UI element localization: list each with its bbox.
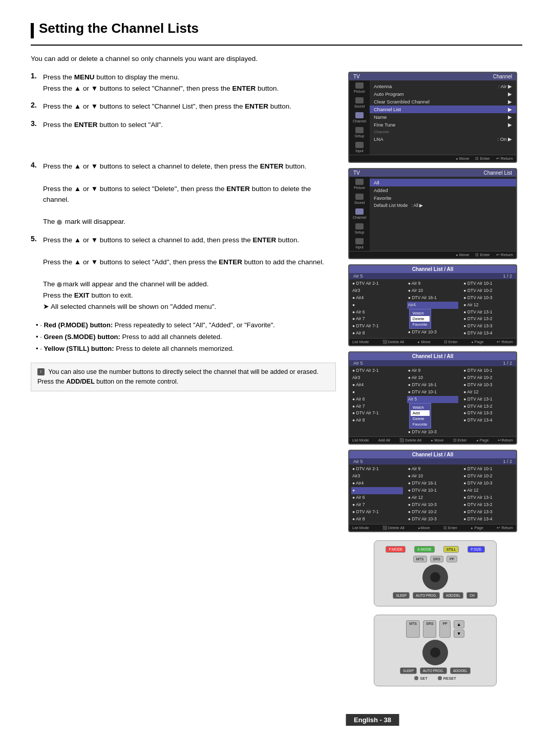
remote-top-row-2: MTS SRS PP ▲ ▼	[381, 620, 489, 638]
note-icon: i	[37, 368, 45, 375]
list-item: ● Air 9	[407, 280, 459, 287]
tv-label-2: TV	[353, 170, 360, 176]
remote-bot-row-1: SLEEP AUTO PROG. ADD/DEL CH	[381, 592, 489, 599]
ch-btn-1[interactable]: CH	[466, 592, 477, 599]
page-num-3: 1 / 2	[503, 274, 512, 279]
step-2-line-1: Press the ▲ or ▼ buttons to select "Chan…	[43, 102, 291, 110]
footer-return-4: ↩Return	[498, 438, 513, 443]
footer-move-2: ⬥ Move	[456, 253, 470, 257]
list-item: ● DTV Air 13-2	[462, 316, 514, 323]
list-item: ● DTV Air 13-4	[462, 417, 514, 424]
remote-center-2	[381, 640, 489, 665]
set-label: SET	[414, 676, 428, 681]
chlist-subheader-3: Air 5 1 / 2	[349, 273, 516, 279]
tv-menu-1-antenna: Antenna: Air ▶	[370, 82, 516, 90]
tv-menu-1-name: Name▶	[370, 113, 516, 121]
step-5-line-1: Press the ▲ or ▼ buttons to select a cha…	[43, 236, 299, 244]
tv-menu-1-lna: LNA: On ▶	[370, 135, 516, 143]
remote-circle-1[interactable]	[422, 564, 448, 590]
reset-label: RESET	[438, 676, 456, 681]
sleep-btn-2[interactable]: SLEEP	[400, 667, 417, 674]
tv-menu-1-finetune: Fine Tune▶	[370, 121, 516, 129]
mts-btn-1[interactable]: MTS	[413, 556, 427, 562]
list-item: ● Air 12	[462, 302, 514, 309]
ch-down-btn[interactable]: ▼	[454, 629, 464, 638]
list-item: ● DTV Air 2-1	[351, 466, 403, 473]
ch-arrows: ▲ ▼	[454, 620, 464, 638]
tv-menu-2-defaultmode: Default List Mode : All ▶	[370, 202, 516, 209]
autoprog-btn-1[interactable]: AUTO PROG.	[413, 592, 440, 599]
step-4-line-1: Press the ▲ or ▼ buttons to select a cha…	[43, 162, 307, 170]
tv-label-1: TV	[353, 74, 360, 79]
context-menu-4: Watch Add Delete Favorite	[409, 403, 431, 429]
steps-column: 1. Press the MENU button to display the …	[31, 72, 336, 686]
list-item: ● Air 12	[407, 494, 459, 501]
step-5-line-4: Press the EXIT button to exit.	[43, 291, 133, 299]
adddel-btn-2[interactable]: ADD/DEL	[450, 667, 471, 674]
page-num-5: 1 / 2	[503, 459, 512, 464]
tv-menu-2-content: All Added Favorite Default List Mode : A…	[370, 177, 516, 251]
chlist-header-3: Channel List / All	[349, 265, 516, 273]
step-1-num: 1.	[31, 72, 40, 94]
remote-circle-2[interactable]	[422, 640, 448, 665]
list-item: ● DTV Air 7-1	[351, 509, 403, 516]
autoprog-btn-2[interactable]: AUTO PROG.	[420, 667, 447, 674]
srs-btn-2[interactable]: SRS	[423, 620, 436, 638]
footer-page-3: ⬥ Page	[471, 340, 484, 344]
list-item: ● Air 7	[351, 316, 403, 323]
list-item: ● DTV Air 7-1	[351, 323, 403, 330]
footer-move-4: ⬥ Move	[431, 438, 443, 443]
note-text: You can also use the number buttons to d…	[37, 368, 318, 385]
step-2-content: Press the ▲ or ▼ buttons to select "Chan…	[43, 101, 291, 112]
step-4-num: 4.	[31, 161, 40, 227]
list-item: ● Air 12	[462, 487, 514, 494]
chlist-cols-3: ● DTV Air 2-1 Air3 ● Air4 ● ● Air 6 ● Ai…	[349, 279, 516, 338]
page-container: Setting the Channel Lists You can add or…	[31, 20, 522, 726]
step-4-line-3: The mark will disappear.	[43, 218, 125, 225]
bullet-1: · Red (P.MODE) button: Press repeatedly …	[36, 320, 336, 330]
ctx-delete: Delete	[411, 316, 430, 322]
footer-deleteall-5: ⬛ Delete All	[382, 526, 405, 530]
pp-btn-1[interactable]: PP	[446, 556, 457, 562]
still-btn[interactable]: STILL	[443, 546, 459, 553]
chlist-col3-3: ● DTV Air 10-1 ● DTV Air 10-2 ● DTV Air …	[460, 279, 516, 338]
chlist-col1-5: ● DTV Air 2-1 Air3 ● Air4 ● ● Air 6 ● Ai…	[349, 465, 405, 523]
icon-sound-1: Sound	[354, 97, 365, 108]
footer-addall-4: Add All	[378, 438, 390, 443]
pmode-btn[interactable]: P.MODE	[386, 546, 406, 553]
ch-up-btn[interactable]: ▲	[454, 620, 464, 628]
ctx-favorite: Favorite	[411, 322, 430, 327]
chlist-cols-5: ● DTV Air 2-1 Air3 ● Air4 ● ● Air 6 ● Ai…	[349, 465, 516, 523]
list-item: ●	[351, 389, 403, 396]
ctx-delete-4: Delete	[411, 416, 430, 422]
remote-center-1	[381, 564, 489, 590]
main-layout: 1. Press the MENU button to display the …	[31, 72, 522, 686]
list-item: ● DTV Air 10-2	[407, 509, 459, 516]
footer-enter-1: ⊡ Enter	[475, 156, 490, 161]
mts-btn-2[interactable]: MTS	[406, 620, 420, 638]
ctx-watch-4: Watch	[411, 405, 430, 410]
remote-control-1: P.MODE S.MODE STILL P.SIZE MTS SRS PP SL…	[374, 540, 497, 606]
list-item: ● DTV Air 2-1	[351, 280, 403, 287]
list-item: ● Air 8	[351, 330, 403, 337]
list-item: ● DTV Air 13-4	[462, 330, 514, 337]
psize-btn[interactable]: P.SIZE	[467, 546, 484, 553]
pp-btn-2[interactable]: PP	[439, 620, 450, 638]
tv-menu-2-all: All	[370, 179, 516, 186]
list-item: ● DTV Air 13-3	[462, 323, 514, 330]
tv-menu-1-autoprog: Auto Program▶	[370, 90, 516, 98]
tv-screen-channel-menu: TV Channel Picture Sound	[348, 72, 517, 163]
adddel-btn-1[interactable]: ADD/DEL	[443, 592, 463, 599]
smode-btn[interactable]: S.MODE	[414, 546, 435, 553]
icon-channel-2: Channel	[353, 208, 366, 219]
sleep-btn-1[interactable]: SLEEP	[393, 592, 410, 599]
step-1-content: Press the MENU button to display the men…	[43, 72, 279, 94]
step-1-line-2: Press the ▲ or ▼ buttons to select "Chan…	[43, 85, 279, 92]
bullet-2: · Green (S.MODE) button: Press to add al…	[36, 332, 336, 342]
list-item: ● DTV Air 13-2	[462, 501, 514, 509]
air-label-4: Air 5	[353, 361, 363, 366]
step-5: 5. Press the ▲ or ▼ buttons to select a …	[31, 235, 336, 312]
tv-screen-1-header: TV Channel	[349, 73, 516, 80]
list-item: ● DTV Air 10-1	[462, 280, 514, 287]
srs-btn-1[interactable]: SRS	[430, 556, 443, 562]
